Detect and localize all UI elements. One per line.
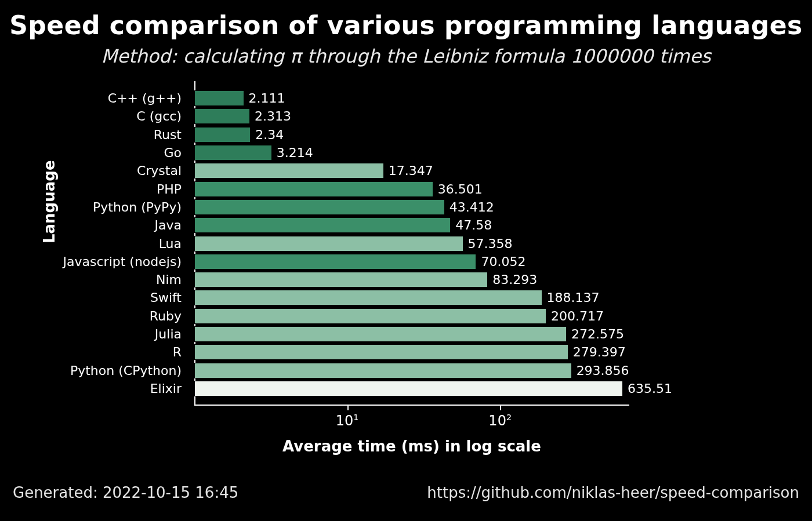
bar-value-label: 188.137 bbox=[542, 290, 600, 305]
category-label: Java bbox=[0, 217, 188, 233]
bar-value-label: 293.856 bbox=[572, 363, 629, 378]
bar bbox=[194, 181, 433, 197]
bar-value-label: 70.052 bbox=[476, 254, 525, 269]
category-label: Swift bbox=[0, 290, 188, 305]
category-label: Go bbox=[0, 145, 188, 161]
chart-subtitle: Method: calculating π through the Leibni… bbox=[0, 45, 812, 67]
x-tick-label: 102 bbox=[488, 413, 512, 429]
bar-value-label: 635.51 bbox=[623, 381, 672, 396]
bar-row: 188.137 bbox=[194, 290, 629, 305]
x-tick-label: 101 bbox=[336, 413, 359, 429]
bar bbox=[194, 344, 568, 360]
bars-container: 2.1112.3132.343.21417.34736.50143.41247.… bbox=[194, 90, 629, 396]
category-label: C++ (g++) bbox=[0, 90, 188, 106]
bar-row: 36.501 bbox=[194, 181, 629, 197]
category-label: Elixir bbox=[0, 381, 188, 396]
bar-row: 2.313 bbox=[194, 108, 629, 124]
category-label: Nim bbox=[0, 272, 188, 287]
bar bbox=[194, 199, 445, 215]
x-tick bbox=[500, 406, 501, 410]
source-link[interactable]: https://github.com/niklas-heer/speed-com… bbox=[427, 484, 799, 501]
bar-row: 2.111 bbox=[194, 90, 629, 106]
bar-row: 70.052 bbox=[194, 254, 629, 269]
y-tick-labels: C++ (g++)C (gcc)RustGoCrystalPHPPython (… bbox=[0, 90, 188, 396]
bar bbox=[194, 163, 384, 178]
chart-title: Speed comparison of various programming … bbox=[0, 10, 812, 40]
bar-row: 635.51 bbox=[194, 381, 629, 396]
bar-value-label: 272.575 bbox=[567, 326, 624, 342]
bar bbox=[194, 363, 572, 378]
bar-row: 272.575 bbox=[194, 326, 629, 342]
bar-value-label: 279.397 bbox=[568, 344, 626, 360]
bar-row: 47.58 bbox=[194, 217, 629, 233]
category-label: PHP bbox=[0, 181, 188, 197]
bar bbox=[194, 272, 488, 287]
bar bbox=[194, 127, 251, 143]
bar bbox=[194, 145, 272, 161]
category-label: Crystal bbox=[0, 163, 188, 178]
bar-row: 279.397 bbox=[194, 344, 629, 360]
category-label: Julia bbox=[0, 326, 188, 342]
x-axis-label: Average time (ms) in log scale bbox=[194, 438, 629, 455]
category-label: Python (CPython) bbox=[0, 363, 188, 378]
category-label: Javascript (nodejs) bbox=[0, 254, 188, 269]
bar-value-label: 83.293 bbox=[488, 272, 537, 287]
bar-value-label: 36.501 bbox=[433, 181, 483, 197]
bar bbox=[194, 217, 451, 233]
bar-row: 293.856 bbox=[194, 363, 629, 378]
bar bbox=[194, 108, 250, 124]
bar bbox=[194, 90, 244, 106]
bar-value-label: 200.717 bbox=[546, 308, 604, 324]
bar-row: 43.412 bbox=[194, 199, 629, 215]
bar-row: 57.358 bbox=[194, 236, 629, 252]
plot-area: 2.1112.3132.343.21417.34736.50143.41247.… bbox=[194, 81, 629, 406]
bar-row: 3.214 bbox=[194, 145, 629, 161]
bar-row: 200.717 bbox=[194, 308, 629, 324]
x-axis-line bbox=[194, 405, 629, 406]
category-label: Ruby bbox=[0, 308, 188, 324]
generated-timestamp: Generated: 2022-10-15 16:45 bbox=[13, 484, 238, 501]
category-label: Python (PyPy) bbox=[0, 199, 188, 215]
bar-value-label: 2.34 bbox=[251, 127, 284, 143]
bar bbox=[194, 254, 476, 269]
bar-value-label: 3.214 bbox=[272, 145, 313, 161]
bar bbox=[194, 308, 546, 324]
category-label: Lua bbox=[0, 236, 188, 252]
category-label: C (gcc) bbox=[0, 108, 188, 124]
bar-value-label: 57.358 bbox=[463, 236, 513, 252]
bar bbox=[194, 326, 567, 342]
bar-row: 17.347 bbox=[194, 163, 629, 178]
bar bbox=[194, 381, 623, 396]
category-label: R bbox=[0, 344, 188, 360]
bar-value-label: 43.412 bbox=[445, 199, 494, 215]
x-tick bbox=[347, 406, 349, 410]
bar-value-label: 47.58 bbox=[451, 217, 492, 233]
category-label: Rust bbox=[0, 127, 188, 143]
bar-value-label: 2.313 bbox=[250, 108, 291, 124]
bar bbox=[194, 236, 463, 252]
bar-row: 83.293 bbox=[194, 272, 629, 287]
bar-row: 2.34 bbox=[194, 127, 629, 143]
bar-value-label: 2.111 bbox=[244, 90, 285, 106]
bar-value-label: 17.347 bbox=[384, 163, 433, 178]
bar bbox=[194, 290, 542, 305]
